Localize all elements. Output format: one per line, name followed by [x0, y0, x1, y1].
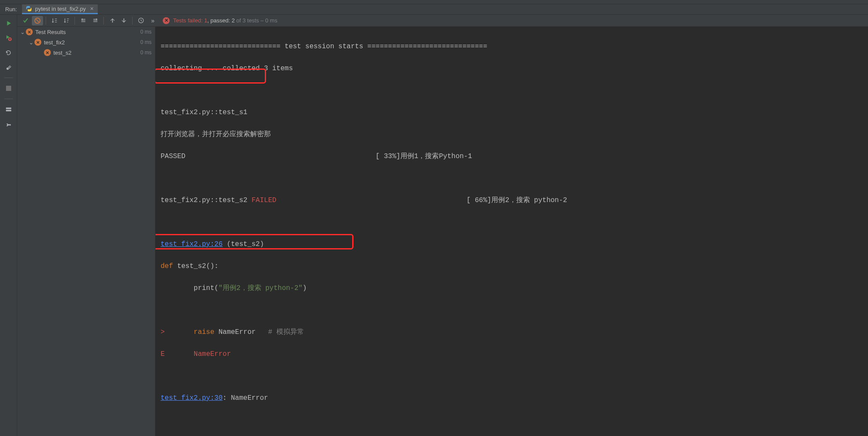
- total-suffix: of 3 tests – 0 ms: [235, 17, 277, 24]
- python-icon: [25, 5, 32, 12]
- console-line: test_fix2.py::test_s1: [161, 107, 868, 118]
- run-config-tab[interactable]: pytest in test_fix2.py ×: [22, 4, 98, 14]
- console-line: collecting ... collected 3 items: [161, 63, 868, 75]
- layout-button[interactable]: [3, 104, 14, 115]
- test-status-summary: ✕ Tests failed: 1, passed: 2 of 3 tests …: [163, 17, 277, 24]
- pin-button[interactable]: [3, 119, 14, 129]
- console-line: print("用例2，搜索 python-2"): [161, 283, 868, 294]
- console-line: test_fix2.py:30: NameError: [161, 393, 868, 404]
- sort-alpha-button[interactable]: [49, 16, 60, 25]
- console-line: E NameError: [161, 349, 868, 360]
- sort-duration-button[interactable]: [61, 16, 72, 25]
- run-tab-bar: Run: pytest in test_fix2.py ×: [0, 4, 868, 15]
- fail-icon: ✕: [34, 39, 41, 46]
- console-line: test_fix2.py:26 (test_s2): [161, 239, 868, 250]
- separator: [103, 17, 104, 25]
- tree-test-label: test_s2: [53, 50, 140, 56]
- console-line: [161, 173, 868, 184]
- run-config-tab-label: pytest in test_fix2.py: [35, 6, 86, 12]
- separator: [132, 17, 133, 25]
- tree-root[interactable]: ⌄ ✕ Test Results 0 ms: [17, 27, 155, 37]
- tree-module-time: 0 ms: [140, 39, 152, 45]
- file-link[interactable]: test_fix2.py:26: [161, 240, 223, 248]
- console-line: ============================= test sessi…: [161, 41, 868, 53]
- separator: [4, 78, 13, 78]
- svg-rect-1: [6, 86, 11, 91]
- editor-tabs-strip: [0, 0, 868, 4]
- console-line: test_fix2.py::test_s2 FAILED [ 66%]用例2，搜…: [161, 195, 868, 206]
- collapse-all-button[interactable]: [90, 16, 101, 25]
- console-line: [161, 217, 868, 228]
- tree-module-label: test_fix2: [44, 39, 140, 46]
- tree-root-time: 0 ms: [140, 29, 152, 35]
- next-failed-button[interactable]: [118, 16, 130, 25]
- prev-failed-button[interactable]: [106, 16, 118, 25]
- run-left-gutter: [0, 15, 17, 436]
- console-line: > raise NameError # 模拟异常: [161, 327, 868, 338]
- toggle-auto-test-button[interactable]: [3, 47, 14, 58]
- console-line: [161, 371, 868, 382]
- tree-root-label: Test Results: [35, 29, 140, 35]
- tree-test-time: 0 ms: [140, 50, 152, 56]
- separator: [46, 17, 46, 25]
- chevron-down-icon[interactable]: ⌄: [19, 29, 26, 35]
- fail-icon: ✕: [44, 49, 51, 56]
- show-passed-toggle[interactable]: [20, 16, 31, 25]
- fail-icon: ✕: [26, 28, 33, 35]
- test-toolbar: » ✕ Tests failed: 1, passed: 2 of 3 test…: [17, 15, 868, 27]
- tree-test[interactable]: ✕ test_s2 0 ms: [17, 47, 155, 58]
- run-label: Run:: [0, 6, 22, 12]
- console-line: [161, 305, 868, 316]
- stop-button[interactable]: [3, 83, 14, 93]
- chevron-down-icon[interactable]: ⌄: [28, 39, 34, 46]
- console-line: [161, 415, 868, 426]
- tree-module[interactable]: ⌄ ✕ test_fix2 0 ms: [17, 37, 155, 47]
- console-output[interactable]: ============================= test sessi…: [155, 27, 868, 436]
- separator: [4, 99, 13, 99]
- file-link[interactable]: test_fix2.py:30: [161, 394, 223, 402]
- test-history-button[interactable]: [135, 16, 146, 25]
- separator: [74, 17, 75, 25]
- console-line: PASSED [ 33%]用例1，搜索Python-1: [161, 151, 868, 162]
- fail-label: Tests failed:: [173, 17, 203, 24]
- pass-label: , passed:: [208, 17, 230, 24]
- console-line: def test_s2():: [161, 261, 868, 272]
- close-icon[interactable]: ×: [90, 5, 93, 12]
- rerun-button[interactable]: [3, 18, 14, 28]
- show-ignored-toggle[interactable]: [32, 16, 43, 25]
- fail-status-icon: ✕: [163, 17, 170, 24]
- more-button[interactable]: »: [147, 16, 158, 25]
- fail-count: 1: [204, 17, 207, 24]
- expand-all-button[interactable]: [78, 16, 89, 25]
- console-line: 打开浏览器，并打开必应搜索解密那: [161, 129, 868, 140]
- svg-rect-2: [6, 108, 11, 109]
- settings-button[interactable]: [3, 62, 14, 72]
- console-line: [161, 85, 868, 97]
- rerun-failed-button[interactable]: [3, 33, 14, 43]
- test-tree[interactable]: ⌄ ✕ Test Results 0 ms ⌄ ✕ test_fix2 0 ms…: [17, 27, 155, 436]
- svg-rect-3: [6, 110, 11, 112]
